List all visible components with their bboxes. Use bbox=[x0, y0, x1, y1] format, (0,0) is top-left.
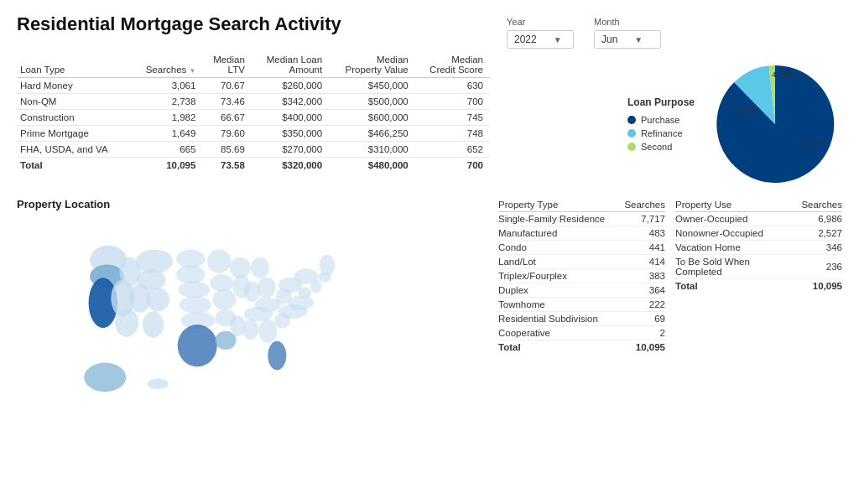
svg-point-36 bbox=[251, 257, 269, 278]
loan-cell-5: 652 bbox=[415, 142, 490, 158]
loan-total-row: Total10,09573.58$320,000$480,000700 bbox=[17, 158, 490, 174]
refinance-dot bbox=[627, 129, 636, 138]
loan-total-cell-0: Total bbox=[17, 158, 132, 174]
prop-use-row: Nonowner-Occupied2,527 bbox=[675, 226, 842, 241]
loan-cell-3: $400,000 bbox=[252, 110, 329, 126]
svg-point-5 bbox=[115, 308, 138, 337]
month-chevron-icon: ▼ bbox=[634, 35, 643, 44]
loan-cell-0: Construction bbox=[17, 110, 132, 126]
loan-cell-1: 3,061 bbox=[132, 78, 202, 94]
loan-cell-4: $500,000 bbox=[329, 94, 415, 110]
year-filter-group: Year 2022 ▼ bbox=[507, 17, 574, 49]
svg-point-28 bbox=[258, 320, 277, 343]
loan-cell-0: Hard Money bbox=[17, 78, 132, 94]
pt-cell-0: Cooperative bbox=[498, 326, 621, 340]
loan-cell-2: 73.46 bbox=[202, 94, 251, 110]
loan-cell-5: 745 bbox=[415, 110, 490, 126]
pt-cell-1: 69 bbox=[621, 312, 665, 326]
loan-table-section: Loan Type Searches ▼ MedianLTV Median Lo… bbox=[17, 49, 490, 191]
month-label: Month bbox=[594, 17, 661, 27]
pu-cell-0: Vacation Home bbox=[675, 241, 801, 255]
loan-cell-0: Non-QM bbox=[17, 94, 132, 110]
svg-point-26 bbox=[242, 319, 258, 340]
loan-cell-0: Prime Mortgage bbox=[17, 126, 132, 142]
year-select[interactable]: 2022 ▼ bbox=[507, 30, 574, 49]
page-title: Residential Mortgage Search Activity bbox=[17, 13, 490, 49]
pt-cell-1: 483 bbox=[621, 226, 665, 241]
loan-table-row: Non-QM2,73873.46$342,000$500,000700 bbox=[17, 94, 490, 110]
map-section: Property Location bbox=[17, 191, 490, 491]
pu-total-cell-0: Total bbox=[675, 279, 801, 294]
prop-type-row: Residential Subdivision69 bbox=[498, 312, 665, 326]
legend-second: Second bbox=[627, 142, 695, 152]
pt-cell-0: Residential Subdivision bbox=[498, 312, 621, 326]
legend-refinance-label: Refinance bbox=[641, 128, 683, 138]
col-searches: Searches ▼ bbox=[132, 52, 202, 78]
svg-point-20 bbox=[212, 289, 236, 310]
pt-cell-1: 222 bbox=[621, 298, 665, 312]
pt-cell-0: Townhome bbox=[498, 298, 621, 312]
svg-point-8 bbox=[143, 311, 164, 337]
pie-chart: 78.63% 16.89% 4.48% bbox=[708, 57, 842, 191]
loan-cell-2: 79.60 bbox=[202, 126, 251, 142]
svg-point-44 bbox=[84, 363, 126, 392]
prop-use-row: Vacation Home346 bbox=[675, 241, 842, 255]
pie-svg: 78.63% 16.89% 4.48% bbox=[708, 57, 842, 191]
prop-type-col-searches: Searches bbox=[621, 198, 665, 212]
prop-use-row: Owner-Occupied6,986 bbox=[675, 212, 842, 226]
pt-cell-0: Manufactured bbox=[498, 226, 621, 241]
pu-cell-1: 236 bbox=[801, 255, 842, 279]
us-map-svg bbox=[17, 214, 490, 398]
col-median-credit: MedianCredit Score bbox=[415, 52, 490, 78]
loan-cell-4: $466,250 bbox=[329, 126, 415, 142]
property-type-table: Property Type Searches Single-Family Res… bbox=[498, 198, 665, 354]
loan-total-cell-2: 73.58 bbox=[202, 158, 251, 174]
pu-cell-1: 6,986 bbox=[801, 212, 842, 226]
prop-use-row: To Be Sold When Completed236 bbox=[675, 255, 842, 279]
prop-use-total-row: Total10,095 bbox=[675, 279, 842, 294]
col-median-ltv: MedianLTV bbox=[202, 52, 251, 78]
pu-cell-0: Owner-Occupied bbox=[675, 212, 801, 226]
loan-cell-3: $342,000 bbox=[252, 94, 329, 110]
pie-second-label: 4.48% bbox=[772, 70, 794, 79]
loan-table-row: Construction1,98266.67$400,000$600,00074… bbox=[17, 110, 490, 126]
month-select[interactable]: Jun ▼ bbox=[594, 30, 661, 49]
prop-type-row: Single-Family Residence7,717 bbox=[498, 212, 665, 226]
legend-purchase: Purchase bbox=[627, 115, 695, 125]
loan-cell-4: $310,000 bbox=[329, 142, 415, 158]
svg-point-35 bbox=[258, 277, 276, 298]
svg-point-39 bbox=[276, 288, 292, 304]
pie-section: Loan Purpose Purchase Refinance Second bbox=[490, 49, 842, 191]
prop-type-row: Duplex364 bbox=[498, 283, 665, 298]
prop-type-total-row: Total10,095 bbox=[498, 340, 665, 355]
loan-cell-1: 1,982 bbox=[132, 110, 202, 126]
svg-point-11 bbox=[137, 269, 166, 290]
loan-cell-2: 66.67 bbox=[202, 110, 251, 126]
purchase-dot bbox=[627, 116, 636, 124]
pu-total-cell-1: 10,095 bbox=[801, 279, 842, 294]
pt-cell-1: 2 bbox=[621, 326, 665, 340]
loan-cell-1: 2,738 bbox=[132, 94, 202, 110]
svg-point-45 bbox=[148, 378, 169, 389]
loan-total-cell-4: $480,000 bbox=[329, 158, 415, 174]
year-chevron-icon: ▼ bbox=[554, 35, 562, 44]
loan-cell-5: 700 bbox=[415, 94, 490, 110]
loan-purpose-title: Loan Purpose bbox=[627, 96, 695, 108]
loan-type-table: Loan Type Searches ▼ MedianLTV Median Lo… bbox=[17, 52, 490, 173]
year-label: Year bbox=[507, 17, 574, 27]
svg-point-15 bbox=[180, 296, 211, 313]
prop-type-row: Condo441 bbox=[498, 241, 665, 255]
pt-cell-0: Land/Lot bbox=[498, 255, 621, 269]
svg-point-19 bbox=[210, 274, 233, 291]
pt-cell-0: Triplex/Fourplex bbox=[498, 269, 621, 283]
col-loan-type: Loan Type bbox=[17, 52, 132, 78]
svg-point-25 bbox=[230, 315, 246, 336]
svg-point-32 bbox=[288, 295, 314, 309]
svg-point-34 bbox=[244, 281, 260, 302]
month-value: Jun bbox=[601, 34, 617, 45]
prop-type-row: Manufactured483 bbox=[498, 226, 665, 241]
loan-table-row: Prime Mortgage1,64979.60$350,000$466,250… bbox=[17, 126, 490, 142]
legend-purchase-label: Purchase bbox=[641, 115, 679, 125]
pt-cell-0: Condo bbox=[498, 241, 621, 255]
loan-cell-3: $350,000 bbox=[252, 126, 329, 142]
